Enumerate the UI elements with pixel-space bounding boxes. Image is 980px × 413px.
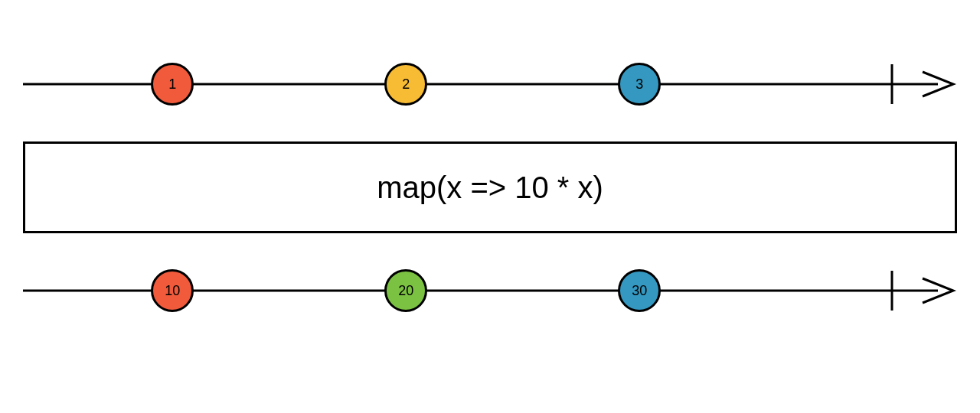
input-timeline: 123	[23, 54, 957, 115]
output-marble-3: 30	[618, 269, 661, 312]
input-marble-3: 3	[618, 63, 661, 106]
output-complete-marker	[890, 271, 893, 311]
operator-box: map(x => 10 * x)	[23, 141, 957, 233]
output-marble-2: 20	[384, 269, 427, 312]
operator-label: map(x => 10 * x)	[377, 171, 603, 205]
input-complete-marker	[890, 64, 893, 104]
marble-diagram: 123 map(x => 10 * x) 102030	[23, 54, 957, 321]
input-marble-1: 1	[151, 63, 194, 106]
input-marble-2: 2	[384, 63, 427, 106]
output-timeline: 102030	[23, 260, 957, 321]
output-marble-1: 10	[151, 269, 194, 312]
